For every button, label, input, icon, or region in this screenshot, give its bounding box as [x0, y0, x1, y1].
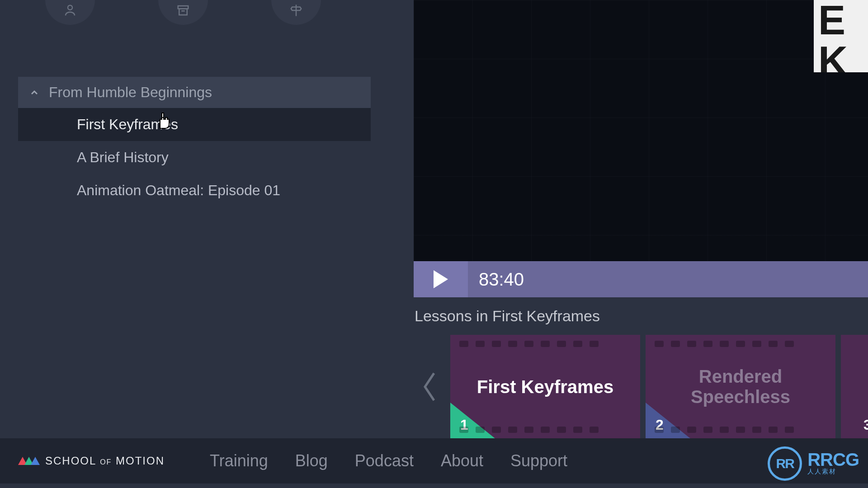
archive-icon [174, 4, 192, 17]
user-icon-button[interactable] [45, 0, 95, 25]
lesson-list: First Keyframes A Brief History Animatio… [18, 108, 371, 207]
brand-logo[interactable]: SCHOOL OF MOTION [18, 455, 165, 467]
logo-text: SCHOOL OF MOTION [45, 455, 165, 467]
watermark-icon: RR [768, 446, 802, 481]
lesson-card-partial[interactable]: 3 [841, 335, 868, 439]
signpost-icon-button[interactable] [271, 0, 321, 25]
footer-link-podcast[interactable]: Podcast [355, 451, 414, 470]
video-duration: 83:40 [479, 269, 524, 290]
footer-nav: Training Blog Podcast About Support [210, 451, 567, 470]
footer-link-blog[interactable]: Blog [295, 451, 328, 470]
watermark-text: RRCG [807, 451, 859, 468]
lesson-label: Animation Oatmeal: Episode 01 [77, 182, 280, 198]
card-title: First Keyframes [468, 377, 623, 397]
top-icon-row [45, 0, 321, 25]
main-content: EK 83:40 Lessons in First Keyframes Firs… [414, 0, 868, 488]
footer-link-support[interactable]: Support [510, 451, 567, 470]
card-number: 3 [863, 417, 868, 433]
filmstrip-decoration [646, 423, 835, 436]
chevron-left-icon [418, 369, 441, 405]
chevron-up-icon [29, 87, 40, 98]
video-player[interactable]: EK [414, 0, 868, 261]
carousel-prev-button[interactable] [414, 335, 445, 439]
lesson-item[interactable]: First Keyframes [18, 108, 371, 141]
lessons-heading: Lessons in First Keyframes [414, 297, 868, 335]
lesson-item[interactable]: A Brief History [18, 141, 371, 174]
lesson-card[interactable]: First Keyframes 1 [450, 335, 640, 439]
footer-link-about[interactable]: About [441, 451, 483, 470]
section-header[interactable]: From Humble Beginnings [18, 77, 371, 108]
card-title: Rendered Speechless [646, 366, 835, 407]
section-title: From Humble Beginnings [49, 84, 212, 101]
play-button[interactable] [414, 261, 468, 297]
footer-link-training[interactable]: Training [210, 451, 268, 470]
play-icon [434, 270, 448, 288]
lesson-label: First Keyframes [77, 116, 178, 132]
lesson-label: A Brief History [77, 149, 169, 165]
lesson-card[interactable]: Rendered Speechless 2 [646, 335, 835, 439]
course-sidebar: From Humble Beginnings First Keyframes A… [18, 77, 371, 207]
svg-point-0 [68, 5, 72, 10]
filmstrip-decoration [450, 338, 640, 350]
logo-icon [18, 457, 40, 465]
user-icon [61, 4, 79, 17]
signpost-icon [287, 4, 305, 17]
player-controls: 83:40 [414, 261, 868, 297]
video-badge: EK [814, 0, 868, 72]
archive-icon-button[interactable] [158, 0, 208, 25]
svg-rect-2 [179, 9, 187, 15]
lessons-carousel: First Keyframes 1 Rendered Speechless 2 … [414, 335, 868, 439]
lesson-item[interactable]: Animation Oatmeal: Episode 01 [18, 174, 371, 207]
filmstrip-decoration [450, 423, 640, 436]
filmstrip-decoration [646, 338, 835, 350]
footer: SCHOOL OF MOTION Training Blog Podcast A… [0, 438, 868, 483]
watermark: RR RRCG 人人素材 [768, 446, 859, 481]
